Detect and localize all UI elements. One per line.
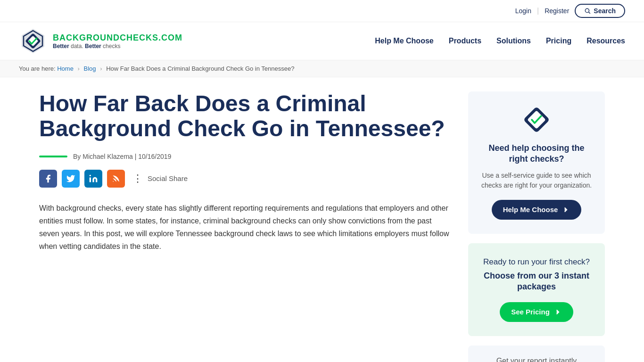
widget1-desc: Use a self-service guide to see which ch… [479,171,594,190]
register-link[interactable]: Register [545,7,569,15]
svg-rect-7 [90,177,91,182]
login-link[interactable]: Login [515,7,531,15]
widget2-title: Ready to run your first check? [479,257,594,267]
svg-line-1 [589,12,590,14]
search-icon [584,8,591,14]
widget-logo-icon [522,106,551,134]
author-text: By Michael Klazema | 10/16/2019 [73,153,171,160]
logo-area: BACKGROUNDCHECKS.COM Better data. Better… [19,27,182,55]
nav-pricing[interactable]: Pricing [546,37,571,45]
social-share-label: Social Share [148,174,188,182]
breadcrumb-home[interactable]: Home [57,65,74,72]
logo-text: BACKGROUNDCHECKS.COM Better data. Better… [53,33,182,49]
linkedin-share-button[interactable] [84,170,102,188]
logo-name: BACKGROUNDCHECKS.COM [53,33,182,43]
nav-resources[interactable]: Resources [586,37,625,45]
widget3-title: Get your report instantly [479,357,594,362]
article-title: How Far Back Does a Criminal Background … [39,91,449,141]
svg-point-0 [586,8,589,12]
svg-point-8 [90,174,91,176]
arrow-right-icon-pricing [553,308,562,316]
article-body: With background checks, every state has … [39,202,449,253]
main-nav: Help Me Choose Products Solutions Pricin… [375,37,625,45]
breadcrumb-current: How Far Back Does a Criminal Background … [106,65,294,72]
help-choose-widget: Need help choosing the right checks? Use… [468,91,605,234]
sidebar: Need help choosing the right checks? Use… [468,91,605,362]
main-wrapper: How Far Back Does a Criminal Background … [20,77,624,362]
twitter-icon [66,174,75,183]
logo-tagline: Better data. Better checks [53,43,182,49]
rss-icon [111,174,121,183]
widget2-sub: Choose from our 3 instant packages [479,271,594,293]
widget1-title: Need help choosing the right checks? [479,143,594,165]
article-paragraph-1: With background checks, every state has … [39,202,449,253]
breadcrumb-sep1: › [78,65,80,72]
pricing-widget: Ready to run your first check? Choose fr… [468,243,605,336]
rss-share-button[interactable] [107,170,125,188]
nav-help-me-choose[interactable]: Help Me Choose [375,37,433,45]
logo-icon [19,27,47,55]
social-share-bar: ⋮ Social Share [39,170,449,188]
facebook-icon [43,174,53,183]
search-button[interactable]: Search [575,4,625,18]
breadcrumb-sep2: › [100,65,102,72]
author-line: By Michael Klazema | 10/16/2019 [39,153,449,160]
help-me-choose-button[interactable]: Help Me Choose [492,200,582,220]
twitter-share-button[interactable] [62,170,80,188]
see-pricing-button[interactable]: See Pricing [500,302,573,322]
nav-solutions[interactable]: Solutions [496,37,531,45]
breadcrumb: You are here: Home › Blog › How Far Back… [0,60,644,77]
breadcrumb-blog[interactable]: Blog [84,65,96,72]
linkedin-icon [89,174,98,183]
site-header: BACKGROUNDCHECKS.COM Better data. Better… [0,22,644,60]
article-main: How Far Back Does a Criminal Background … [39,91,449,362]
svg-point-9 [113,181,114,182]
top-bar: Login | Register Search [0,0,644,22]
author-bar-decoration [39,156,67,157]
topbar-divider: | [537,7,539,15]
breadcrumb-prefix: You are here: [19,65,56,72]
facebook-share-button[interactable] [39,170,57,188]
report-widget: Get your report instantly [468,346,605,362]
more-share-button[interactable]: ⋮ [132,173,143,185]
arrow-right-icon [561,206,570,214]
nav-products[interactable]: Products [449,37,481,45]
